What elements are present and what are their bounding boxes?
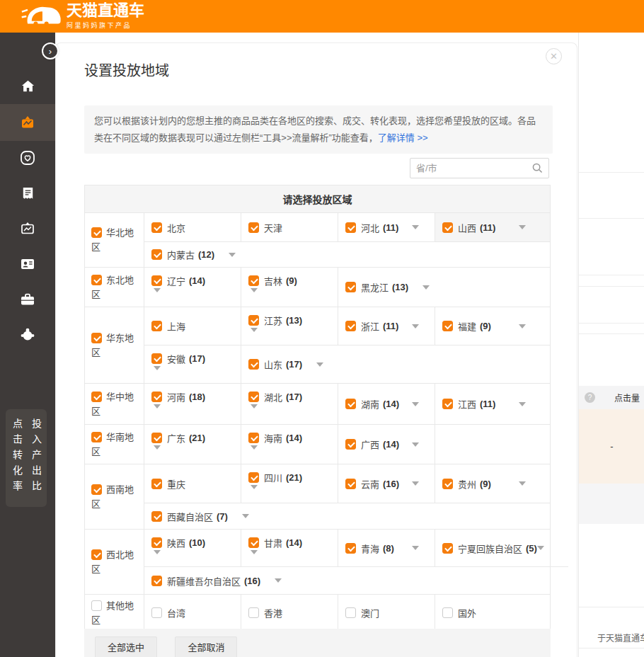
cancel-all-button[interactable]: 全部取消	[175, 636, 237, 657]
checkbox-icon[interactable]	[151, 511, 162, 522]
chevron-down-icon[interactable]	[251, 328, 258, 344]
checkbox-icon[interactable]	[248, 607, 259, 618]
checkbox-icon[interactable]	[248, 359, 259, 370]
chevron-down-icon[interactable]	[412, 481, 419, 486]
checkbox-icon[interactable]	[345, 399, 356, 409]
chevron-down-icon[interactable]	[154, 288, 161, 304]
close-button[interactable]: ✕	[546, 48, 562, 64]
checkbox-icon[interactable]	[151, 392, 162, 402]
chevron-down-icon[interactable]	[251, 485, 258, 501]
province-checkbox-cell[interactable]: 香港	[241, 595, 338, 631]
province-checkbox-cell[interactable]: 青海(8)	[338, 530, 435, 566]
sidebar-item-report[interactable]	[0, 175, 55, 212]
province-checkbox-cell[interactable]: 山西(11)	[435, 213, 550, 241]
province-checkbox-cell[interactable]: 浙江(11)	[338, 307, 435, 345]
province-checkbox-cell[interactable]: 云南(16)	[338, 464, 435, 503]
province-checkbox-cell[interactable]: 辽宁(14)	[144, 268, 241, 307]
province-checkbox-cell[interactable]: 吉林(9)	[241, 268, 338, 307]
chevron-down-icon[interactable]	[154, 404, 161, 421]
chevron-down-icon[interactable]	[251, 288, 258, 304]
checkbox-icon[interactable]	[91, 484, 102, 495]
metric-label-roi[interactable]: 投入产出比	[26, 418, 45, 507]
sidebar-item-tools[interactable]	[0, 281, 55, 318]
chevron-down-icon[interactable]	[412, 225, 419, 229]
sidebar-metrics-panel[interactable]: 投入产出比 点击转化率	[6, 409, 47, 507]
chevron-down-icon[interactable]	[251, 550, 258, 566]
checkbox-icon[interactable]	[151, 249, 162, 260]
province-checkbox-cell[interactable]: 北京	[144, 213, 241, 241]
checkbox-icon[interactable]	[151, 479, 162, 489]
checkbox-icon[interactable]	[345, 439, 356, 450]
region-checkbox-cell[interactable]: 西北地区	[85, 530, 144, 594]
checkbox-icon[interactable]	[345, 543, 356, 554]
checkbox-icon[interactable]	[248, 222, 259, 233]
chevron-down-icon[interactable]	[519, 402, 526, 406]
province-checkbox-cell[interactable]: 黑龙江(13)	[338, 268, 550, 307]
checkbox-icon[interactable]	[151, 222, 162, 233]
search-icon[interactable]	[532, 163, 543, 173]
checkbox-icon[interactable]	[248, 315, 259, 326]
learn-more-link[interactable]: 了解详情 >>	[378, 132, 428, 143]
province-checkbox-cell[interactable]: 河南(18)	[144, 384, 241, 424]
region-checkbox-cell[interactable]: 华北地区	[85, 213, 144, 267]
province-checkbox-cell[interactable]: 陕西(10)	[144, 530, 241, 566]
checkbox-icon[interactable]	[442, 479, 453, 489]
checkbox-icon[interactable]	[442, 607, 453, 618]
sidebar-item-contacts[interactable]	[0, 246, 55, 282]
footer-link-about[interactable]: 于天猫直通车	[597, 632, 644, 644]
checkbox-icon[interactable]	[442, 399, 453, 409]
province-checkbox-cell[interactable]: 甘肃(14)	[241, 530, 338, 566]
checkbox-icon[interactable]	[151, 576, 162, 586]
chevron-down-icon[interactable]	[154, 550, 161, 566]
sidebar-item-frame-chart[interactable]	[0, 210, 55, 247]
checkbox-icon[interactable]	[91, 392, 102, 402]
sidebar-item-favorites[interactable]	[0, 139, 55, 176]
checkbox-icon[interactable]	[151, 321, 162, 331]
checkbox-icon[interactable]	[248, 275, 259, 286]
region-checkbox-cell[interactable]: 华南地区	[85, 425, 144, 464]
province-checkbox-cell[interactable]: 西藏自治区(7)	[144, 503, 550, 529]
chevron-down-icon[interactable]	[519, 481, 526, 486]
checkbox-icon[interactable]	[442, 222, 453, 233]
checkbox-icon[interactable]	[442, 543, 453, 554]
province-checkbox-cell[interactable]: 山东(17)	[241, 345, 550, 383]
province-checkbox-cell[interactable]: 天津	[241, 213, 338, 241]
chevron-down-icon[interactable]	[412, 324, 419, 328]
metric-label-ctr[interactable]: 点击转化率	[7, 418, 26, 507]
province-checkbox-cell[interactable]: 福建(9)	[435, 307, 550, 345]
chevron-down-icon[interactable]	[251, 404, 258, 421]
sidebar-item-service[interactable]	[0, 316, 55, 353]
province-checkbox-cell[interactable]: 江西(11)	[435, 384, 550, 424]
chevron-down-icon[interactable]	[412, 442, 419, 447]
province-checkbox-cell[interactable]: 湖北(17)	[241, 384, 338, 424]
chevron-down-icon[interactable]	[519, 324, 526, 328]
checkbox-icon[interactable]	[91, 227, 102, 238]
region-checkbox-cell[interactable]: 西南地区	[85, 464, 144, 529]
chevron-down-icon[interactable]	[229, 253, 236, 257]
checkbox-icon[interactable]	[345, 222, 356, 233]
checkbox-icon[interactable]	[91, 600, 102, 611]
checkbox-icon[interactable]	[248, 537, 259, 548]
province-checkbox-cell[interactable]: 宁夏回族自治区(5)	[435, 530, 568, 566]
province-checkbox-cell[interactable]: 上海	[144, 307, 241, 345]
chevron-down-icon[interactable]	[519, 225, 526, 229]
province-checkbox-cell[interactable]: 江苏(13)	[241, 307, 338, 345]
province-checkbox-cell[interactable]: 贵州(9)	[435, 464, 550, 503]
checkbox-icon[interactable]	[151, 275, 162, 286]
province-checkbox-cell[interactable]: 重庆	[144, 464, 241, 503]
province-checkbox-cell[interactable]: 安徽(17)	[144, 345, 241, 383]
checkbox-icon[interactable]	[151, 433, 162, 443]
search-input[interactable]	[410, 163, 532, 173]
checkbox-icon[interactable]	[91, 333, 102, 343]
province-checkbox-cell[interactable]: 台湾	[144, 595, 241, 631]
checkbox-icon[interactable]	[151, 607, 162, 618]
checkbox-icon[interactable]	[91, 432, 102, 442]
checkbox-icon[interactable]	[151, 353, 162, 364]
checkbox-icon[interactable]	[248, 392, 259, 402]
checkbox-icon[interactable]	[248, 433, 259, 443]
chevron-down-icon[interactable]	[154, 445, 161, 462]
logo[interactable]: 天猫直通车 阿里妈妈旗下产品	[20, 3, 144, 30]
chevron-down-icon[interactable]	[251, 445, 258, 462]
province-checkbox-cell[interactable]: 广西(14)	[338, 425, 435, 464]
chevron-down-icon[interactable]	[242, 514, 249, 518]
